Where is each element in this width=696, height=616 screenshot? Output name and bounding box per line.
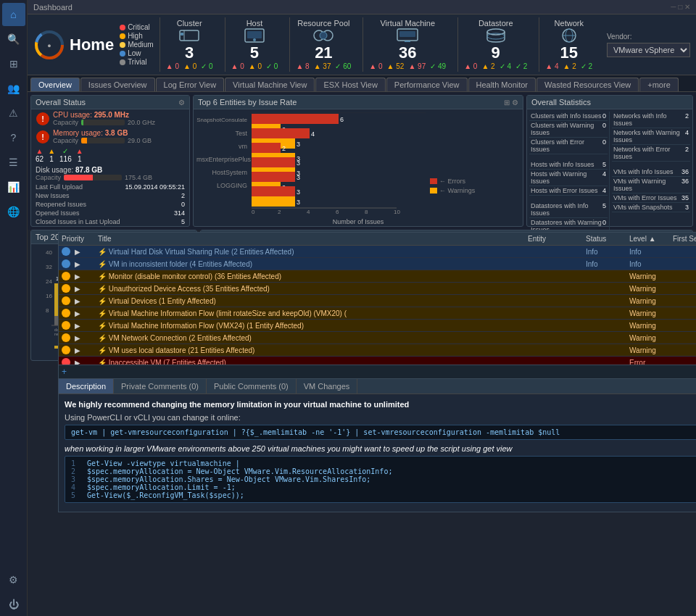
tab-public-comments[interactable]: Public Comments (0) [207, 379, 297, 394]
ind-err-val: 1 [78, 155, 82, 163]
sidebar-item-home[interactable]: ⌂ [2, 3, 25, 26]
warnings-legend: ← Warnings [430, 187, 475, 194]
sidebar-item-help[interactable]: ? [2, 126, 25, 149]
host-icon [244, 28, 265, 43]
tab-performance[interactable]: Performance View [386, 78, 468, 91]
tab-vm-view[interactable]: Virtual Machine View [225, 78, 315, 91]
tab-private-comments[interactable]: Private Comments (0) [114, 379, 207, 394]
col-priority: Priority [62, 235, 98, 243]
ind-critical-icon: ▲ [36, 147, 44, 155]
network-indicators: ▲ 4▲ 2✓ 2 [545, 62, 592, 70]
table-row[interactable]: ▶ ⚡ VM Network Connection (2 Entities Af… [59, 332, 696, 344]
errors-legend-label: ← Errors [439, 178, 465, 185]
stat-hosts-info-val: 5 [602, 161, 606, 168]
tab-more[interactable]: +more [639, 78, 679, 91]
svg-rect-16 [405, 41, 410, 42]
sidebar-item-search[interactable]: 🔍 [2, 28, 25, 51]
issue-level: Info [629, 248, 673, 256]
legend-trivial: Trivial [128, 58, 146, 66]
sidebar-item-alerts[interactable]: ⚠ [2, 101, 25, 125]
table-row[interactable]: ▶ ⚡ Monitor (disable monitor control) (3… [59, 270, 696, 283]
ind-ok-val: 116 [59, 155, 72, 163]
tab-log-error[interactable]: Log Error View [156, 78, 225, 91]
top6-header: Top 6 Entities by Issue Rate ⊞⚙ [194, 96, 523, 109]
svg-text:40: 40 [46, 249, 52, 256]
network-icon [558, 28, 581, 43]
val-reopened: 0 [181, 201, 185, 208]
val-opened: 314 [174, 209, 185, 217]
table-row[interactable]: ▶ ⚡ VM uses local datastore (21 Entities… [59, 344, 696, 357]
svg-text:3: 3 [297, 188, 300, 196]
svg-text:24: 24 [46, 278, 52, 285]
tab-description[interactable]: Description [59, 379, 114, 394]
svg-rect-27 [252, 114, 339, 124]
stat-vm-snap-val: 3 [685, 204, 689, 211]
table-row[interactable]: ▶ ⚡ VM in inconsistent folder (4 Entitie… [59, 258, 696, 270]
vm-stat: Virtual Machine 36 ▲ 0▲ 52▲ 97✓ 49 [362, 17, 452, 72]
host-title: Host [246, 19, 263, 28]
col-title: Title [98, 235, 528, 243]
vm-indicators: ▲ 0▲ 52▲ 97✓ 49 [369, 62, 446, 70]
sidebar-item-settings[interactable]: ⚙ [2, 568, 25, 591]
svg-text:6: 6 [336, 209, 339, 214]
val-closed: 5 [181, 218, 185, 225]
stat-hosts-info: Hosts with Info Issues [531, 161, 594, 168]
sidebar-item-list[interactable]: ☰ [2, 151, 25, 174]
tab-vm-changes[interactable]: VM Changes [297, 379, 358, 394]
cluster-stat: Cluster 3 ▲ 0▲ 0✓ 0 [160, 17, 219, 72]
sidebar-item-world[interactable]: 🌐 [2, 200, 25, 223]
stat-net-info-val: 2 [685, 112, 689, 127]
resource-pool-icon [312, 28, 335, 43]
sidebar-item-power[interactable]: ⏻ [2, 593, 25, 616]
legend-high: High [128, 32, 143, 40]
ind-ok-icon: ✓ [62, 147, 68, 155]
tab-issues-overview[interactable]: Issues Overview [80, 78, 155, 91]
code-line-2e: Get-View($_.ReconfigVM_Task($spec)); [87, 491, 244, 499]
stat-vm-warn-val: 36 [682, 178, 689, 192]
label-reopened: Reopened Issues [36, 201, 86, 208]
stat-clusters-warn-val: 0 [602, 122, 606, 136]
legend-low: Low [128, 49, 141, 57]
table-row[interactable]: ▶ ⚡ Virtual Machine Information Flow (VM… [59, 320, 696, 332]
overall-status-panel: Overall Status ⚙ ! CPU usage: 295.0 MHz … [30, 95, 190, 227]
svg-point-13 [320, 32, 327, 39]
svg-rect-43 [252, 172, 295, 182]
sidebar-item-hierarchy[interactable]: ⊞ [2, 52, 25, 75]
issue-title: ⚡ Virtual Hard Disk Virtual Sharing Rule… [98, 248, 528, 256]
tab-esx-host[interactable]: ESX Host View [315, 78, 385, 91]
mem-capacity-label: Capacity [53, 137, 78, 144]
sidebar-item-users[interactable]: 👥 [2, 77, 25, 100]
disk-capacity-label: Capacity [36, 174, 61, 181]
svg-rect-35 [252, 143, 281, 153]
table-row[interactable]: ▶ ⚡ Unauthorized Device Access (35 Entit… [59, 283, 696, 295]
network-title: Network [555, 19, 584, 28]
stat-net-err-val: 2 [685, 146, 689, 160]
vendor-select[interactable]: VMware vSphere Hyper-V Nutanix [607, 43, 690, 57]
svg-rect-39 [252, 157, 295, 167]
stat-clusters-info: Clusters with Info Issues [531, 112, 602, 120]
tab-health-monitor[interactable]: Health Monitor [468, 78, 536, 91]
col-first-seen: First Seen [673, 235, 696, 243]
table-row[interactable]: ▶ ⚡ Virtual Hard Disk Virtual Sharing Ru… [59, 246, 696, 258]
svg-text:2: 2 [282, 145, 286, 152]
stat-net-info: Networks with Info Issues [613, 112, 685, 127]
title-bar: Dashboard ─ □ ✕ [28, 0, 696, 14]
svg-rect-9 [247, 31, 262, 38]
detail-content: We highly recommend changing the memory … [59, 394, 696, 512]
issue-title: ⚡ Virtual Machine Information Flow (limi… [98, 309, 528, 317]
sidebar: ⌂ 🔍 ⊞ 👥 ⚠ ? ☰ 📊 🌐 ⚙ ⏻ [0, 0, 28, 616]
sidebar-item-chart[interactable]: 📊 [2, 175, 25, 199]
host-indicators: ▲ 0▲ 0✓ 0 [231, 62, 278, 70]
col-status: Status [586, 235, 629, 243]
add-button[interactable]: + [62, 367, 67, 377]
overall-status-header: Overall Status ⚙ [31, 96, 189, 109]
svg-point-10 [253, 38, 256, 41]
table-row[interactable]: ▶ ⚡ Virtual Devices (1 Entity Affected) … [59, 295, 696, 307]
resource-pool-indicators: ▲ 8▲ 37✓ 60 [296, 62, 351, 70]
issue-title: ⚡ Virtual Machine Information Flow (VMX2… [98, 322, 528, 330]
tab-overview[interactable]: Overview [30, 78, 80, 91]
code-line-2b: $spec.memoryAllocation = New-Object VMwa… [87, 467, 392, 475]
tab-wasted[interactable]: Wasted Resources View [536, 78, 639, 91]
detail-tabs: Description Private Comments (0) Public … [59, 379, 696, 394]
table-row[interactable]: ▶ ⚡ Virtual Machine Information Flow (li… [59, 307, 696, 320]
